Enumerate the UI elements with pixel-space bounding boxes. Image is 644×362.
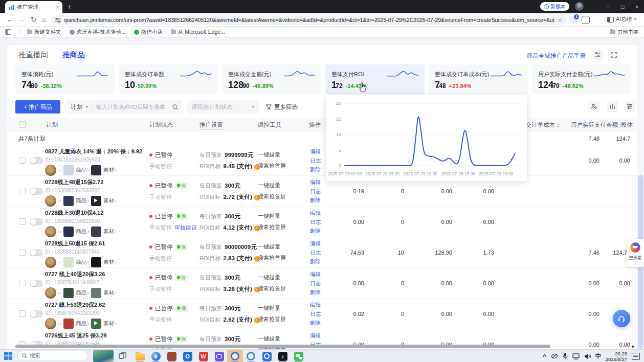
new-version-button[interactable]: !新版本 [540, 2, 569, 11]
taskbar-app-file-explorer[interactable] [132, 350, 148, 362]
taskbar-app-edge-browser[interactable]: e [148, 350, 164, 362]
tool-link[interactable]: 搜索抢首屏 [258, 162, 286, 170]
taskbar-app-wechat[interactable] [291, 350, 306, 362]
plan-search-input[interactable] [95, 103, 169, 110]
stat-card[interactable]: 整体成交金额(元) 128.90 -46.89% [222, 64, 321, 94]
plan-status-select[interactable]: 请筛选计划状态 [187, 100, 259, 114]
help-float-button[interactable] [613, 310, 630, 327]
action-link[interactable]: 删除 [310, 320, 321, 327]
row-checkbox[interactable] [19, 249, 26, 256]
tool-link[interactable]: 一键起量 [258, 304, 286, 312]
row-checkbox[interactable] [19, 310, 26, 317]
tool-link[interactable]: 搜索抢首屏 [258, 315, 286, 323]
forward-icon[interactable]: → [18, 15, 25, 25]
row-toggle-switch[interactable] [30, 280, 43, 287]
action-link[interactable]: 删除 [310, 166, 321, 173]
header-settings[interactable]: 推广设置 [199, 121, 223, 130]
row-toggle-switch[interactable] [30, 249, 43, 256]
row-checkbox[interactable] [19, 188, 26, 194]
taskbar-app-app-purple[interactable] [211, 350, 227, 362]
side-panel-toggle-icon[interactable] [5, 29, 11, 35]
start-button[interactable] [4, 352, 12, 362]
plan-title[interactable]: 0726线上45 退25 保3.29 [45, 332, 147, 340]
url-bar[interactable]: qianchuan.jinritemai.com/uni-prom?aavid=… [51, 15, 567, 25]
microphone-icon[interactable] [563, 353, 568, 359]
action-link[interactable]: 日志 [310, 219, 321, 226]
tab-promote-product[interactable]: 推商品 [62, 50, 85, 60]
material-link[interactable]: 素材› [103, 320, 117, 327]
bookmark-item[interactable]: 从 Microsoft Edge... [171, 29, 225, 36]
action-link[interactable]: 删除 [310, 289, 321, 296]
tab-close-icon[interactable]: × [56, 5, 59, 10]
tool-link[interactable]: 搜索抢首屏 [258, 193, 286, 200]
tray-expand-icon[interactable]: ^ [543, 353, 546, 359]
plan-search-combo[interactable]: 计划 [66, 100, 182, 114]
taskbar-app-douyin[interactable]: ♪ [275, 350, 291, 362]
browser-tab[interactable]: 推广管理 × [5, 1, 62, 13]
sort-icon[interactable] [557, 124, 560, 128]
product-link[interactable]: 商品› [76, 259, 89, 266]
row-toggle-switch[interactable] [30, 218, 43, 225]
row-toggle-switch[interactable] [30, 157, 43, 164]
ime-indicator[interactable]: 中 [595, 352, 601, 360]
table-settings-icon[interactable] [624, 101, 635, 112]
other-bookmarks-button[interactable]: 其他书签 [610, 29, 639, 36]
window-close-button[interactable]: × [630, 0, 644, 13]
task-view-icon[interactable] [119, 352, 126, 362]
tool-link[interactable]: 一键起量 [258, 335, 286, 343]
plan-title[interactable]: 0727 线上40退20保3.26 [45, 270, 147, 278]
stat-card[interactable]: 整体成交订单数 10 -50.00% [119, 64, 218, 94]
taskbar-clock[interactable]: 20:29 2025/8/27 [606, 351, 627, 362]
action-link[interactable]: 编辑 [310, 271, 321, 278]
product-link[interactable]: 商品› [76, 320, 89, 327]
row-checkbox[interactable] [19, 280, 26, 286]
select-all-checkbox[interactable] [19, 121, 26, 128]
bookmark-item[interactable]: 微信小店 [134, 29, 163, 36]
review-link[interactable]: 审核建议 [174, 224, 197, 231]
volume-icon[interactable] [584, 353, 591, 359]
plan-title[interactable]: 0727 线上53退20保2.62 [45, 301, 147, 309]
device-icon[interactable] [551, 353, 558, 359]
taskbar-app-app-store-brown[interactable] [164, 350, 180, 362]
bookmark-item[interactable]: 新建文件夹 [27, 29, 61, 36]
tool-link[interactable]: 一键起量 [258, 182, 286, 189]
material-link[interactable]: 素材› [103, 228, 117, 235]
home-icon[interactable]: ⌂ [42, 15, 46, 25]
back-icon[interactable]: ← [6, 15, 13, 25]
action-link[interactable]: 编辑 [310, 148, 321, 155]
new-tab-button[interactable]: + [68, 3, 72, 11]
material-link[interactable]: 素材› [103, 259, 117, 266]
plan-title[interactable]: 0728线上30退10保4.12 [45, 209, 147, 217]
tab-live-room[interactable]: 推直播间 [18, 50, 48, 60]
taskbar-app-wps-office[interactable]: W [195, 350, 211, 362]
product-link[interactable]: 商品› [76, 228, 89, 235]
row-toggle-switch[interactable] [30, 310, 43, 318]
plan-title[interactable]: 0728线上48退15保2.72 [45, 178, 147, 186]
extensions-icon[interactable] [582, 16, 590, 24]
action-link[interactable]: 日志 [310, 250, 321, 257]
horizontal-scrollbar[interactable] [15, 345, 550, 348]
metric-settings-icon[interactable] [592, 50, 603, 61]
stat-card[interactable]: 用户实际支付金额(元) 124.70 -48.62% [532, 64, 631, 94]
plan-select[interactable]: 计划 [71, 103, 82, 111]
ai-summary-button[interactable]: AI总结 [607, 16, 637, 23]
material-link[interactable]: 素材› [103, 167, 117, 174]
row-checkbox[interactable] [19, 157, 26, 164]
action-link[interactable]: 编辑 [310, 210, 321, 217]
more-filters-button[interactable]: 更多筛选 [266, 100, 298, 114]
material-link[interactable]: 素材› [103, 289, 117, 297]
window-maximize-button[interactable]: □ [615, 0, 630, 13]
tool-link[interactable]: 搜索抢首屏 [258, 285, 286, 292]
browser-profile-avatar[interactable] [575, 2, 584, 11]
product-link[interactable]: 商品› [76, 167, 89, 174]
action-link[interactable]: 编辑 [310, 179, 321, 186]
scroll-right-arrow[interactable]: ▶ [632, 344, 635, 349]
header-user-paid[interactable]: 用户实际支付金额 [571, 121, 623, 129]
action-link[interactable]: 删除 [310, 228, 321, 235]
taskbar-app-outlook[interactable]: O [180, 350, 195, 362]
taskbar-app-app-blue[interactable] [259, 350, 275, 362]
tool-link[interactable]: 一键起量 [258, 151, 286, 159]
plan-title[interactable]: 0827 儿童雨衣 14% 退：20% 保：9.92 [45, 148, 147, 155]
taskbar-search[interactable]: 搜索 [17, 351, 88, 361]
action-link[interactable]: 日志 [310, 280, 321, 287]
